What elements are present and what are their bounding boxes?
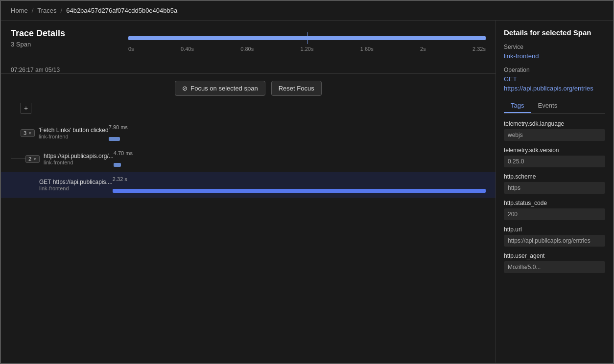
timeline-label-6: 2.32s — [472, 46, 486, 52]
operation-method[interactable]: GET — [504, 75, 605, 83]
service-label: Service — [504, 44, 605, 50]
service-value[interactable]: link-frontend — [504, 52, 605, 60]
tag-value: 0.25.0 — [504, 156, 605, 167]
tag-item: telemetry.sdk.languagewebjs — [504, 120, 605, 141]
span-name-2: https://api.publicapis.org/... — [44, 153, 114, 159]
tag-key: http.url — [504, 226, 605, 233]
focus-button[interactable]: ⊘ Focus on selected span — [175, 81, 265, 96]
span-badge-2: 2 ▼ — [25, 155, 40, 163]
span-row[interactable]: GET https://api.publicapis.... link-fron… — [1, 172, 496, 198]
focus-controls: ⊘ Focus on selected span Reset Focus — [1, 74, 496, 103]
tag-item: http.urlhttps://api.publicapis.org/entri… — [504, 226, 605, 247]
span-badge-1: 3 ▼ — [21, 129, 35, 137]
timeline-label-0: 0s — [128, 46, 134, 52]
tag-item: http.schemehttps — [504, 173, 605, 194]
timeline-header: 0s 0.40s 0.80s 1.20s 1.60s 2s 2.32s — [128, 28, 486, 73]
timeline-label-5: 2s — [420, 46, 426, 52]
tag-key: telemetry.sdk.version — [504, 147, 605, 154]
span-row[interactable]: 3 ▼ 'Fetch Links' button clicked link-fr… — [1, 120, 496, 146]
tags-section: telemetry.sdk.languagewebjstelemetry.sdk… — [504, 120, 605, 273]
tag-item: http.status_code200 — [504, 200, 605, 220]
trace-span-count: 3 Span — [11, 41, 118, 48]
span-timeline-1: 7.90 ms — [109, 123, 486, 143]
span-indent-1: 3 ▼ 'Fetch Links' button clicked link-fr… — [11, 127, 109, 139]
tag-key: http.user_agent — [504, 252, 605, 259]
add-span-button[interactable]: + — [21, 103, 31, 114]
breadcrumb-traces[interactable]: Traces — [37, 7, 56, 14]
span-timeline-2: 4.70 ms — [114, 149, 486, 169]
spans-container: + 3 ▼ 'Fetch Links' button clicked link-… — [1, 103, 496, 363]
selected-span-title: Details for selected Span — [504, 28, 605, 37]
reset-focus-button[interactable]: Reset Focus — [271, 81, 322, 96]
span-timeline-3: 2.32 s — [113, 175, 486, 195]
operation-url[interactable]: https://api.publicapis.org/entries — [504, 85, 605, 92]
trace-title: Trace Details — [11, 28, 118, 39]
breadcrumb-traceid: 64b2ba457d276af074cdd5b0e404bb5a — [66, 7, 177, 14]
right-panel: Details for selected Span Service link-f… — [496, 21, 613, 363]
tab-tags[interactable]: Tags — [504, 99, 531, 113]
span-row[interactable]: 2 ▼ https://api.publicapis.org/... link-… — [1, 146, 496, 172]
left-panel: Trace Details 3 Span 07:26:17 am 05/13 0… — [1, 21, 496, 363]
tag-item: http.user_agentMozilla/5.0... — [504, 252, 605, 273]
timeline-label-3: 1.20s — [301, 46, 314, 52]
timeline-labels: 0s 0.40s 0.80s 1.20s 1.60s 2s 2.32s — [128, 46, 486, 52]
span-name-1: 'Fetch Links' button clicked — [39, 127, 109, 134]
span-indent-3: GET https://api.publicapis.... link-fron… — [11, 179, 113, 191]
trace-timestamp: 07:26:17 am 05/13 — [11, 52, 118, 73]
breadcrumb-sep1: / — [32, 7, 34, 14]
tag-key: http.scheme — [504, 173, 605, 180]
breadcrumb: Home / Traces / 64b2ba457d276af074cdd5b0… — [1, 1, 613, 21]
tag-value: 200 — [504, 208, 605, 220]
timeline-label-4: 1.60s — [360, 46, 374, 52]
tag-value: https — [504, 182, 605, 194]
filter-icon: ⊘ — [182, 85, 188, 92]
tag-value: https://api.publicapis.org/entries — [504, 235, 605, 247]
tag-key: telemetry.sdk.language — [504, 120, 605, 127]
span-indent-2: 2 ▼ https://api.publicapis.org/... link-… — [11, 153, 114, 165]
breadcrumb-home[interactable]: Home — [11, 7, 28, 14]
tag-value: Mozilla/5.0... — [504, 261, 605, 273]
trace-info: Trace Details 3 Span 07:26:17 am 05/13 — [11, 28, 118, 73]
timeline-label-1: 0.40s — [181, 46, 194, 52]
span-name-3: GET https://api.publicapis.... — [39, 179, 113, 185]
span-service-1: link-frontend — [39, 134, 109, 139]
span-service-2: link-frontend — [44, 159, 114, 165]
breadcrumb-sep2: / — [61, 7, 63, 14]
tab-events[interactable]: Events — [531, 99, 564, 113]
tag-value: webjs — [504, 129, 605, 141]
trace-header: Trace Details 3 Span 07:26:17 am 05/13 0… — [1, 21, 496, 74]
span-service-3: link-frontend — [39, 185, 113, 191]
operation-label: Operation — [504, 67, 605, 73]
timeline-label-2: 0.80s — [240, 46, 254, 52]
tag-item: telemetry.sdk.version0.25.0 — [504, 147, 605, 167]
tag-key: http.status_code — [504, 200, 605, 206]
detail-tabs: Tags Events — [504, 99, 605, 114]
